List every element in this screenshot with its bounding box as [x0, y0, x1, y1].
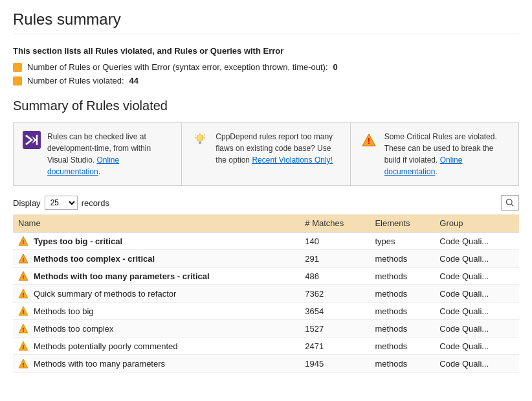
critical-rule-icon: !: [18, 253, 28, 264]
table-row[interactable]: ! Types too big - critical140typesCode Q…: [13, 233, 519, 250]
records-label: records: [82, 198, 109, 208]
rule-name: Types too big - critical: [34, 236, 122, 246]
orange-indicator-violated: [13, 76, 22, 86]
display-label: Display: [13, 198, 41, 208]
header-row: Name # Matches Elements Group: [13, 214, 519, 233]
toolbar-left: Display 25 50 100 records: [13, 196, 109, 210]
rule-name: Methods too big: [34, 306, 94, 316]
svg-rect-7: [199, 143, 201, 144]
svg-text:!: !: [23, 361, 25, 368]
rule-name: Methods potentially poorly commented: [34, 341, 178, 351]
stat-violated-value: 44: [129, 76, 139, 86]
rule-name: Methods with too many parameters: [34, 359, 165, 369]
col-group: Group: [434, 214, 519, 233]
rule-name: Methods with too many parameters - criti…: [34, 271, 210, 281]
col-elements: Elements: [370, 214, 434, 233]
orange-indicator-errors: [13, 63, 22, 72]
svg-text:!: !: [23, 327, 25, 333]
info-card-lightbulb-text: CppDepend rules report too many flaws on…: [216, 131, 340, 166]
warning-rule-icon: !: [18, 306, 28, 316]
info-card-vs: Rules can be checked live at development…: [14, 123, 182, 185]
rule-name: Methods too complex - critical: [34, 254, 155, 264]
cell-group: Code Quali...: [434, 320, 519, 338]
cell-matches: 486: [300, 268, 370, 285]
cell-matches: 1945: [300, 355, 370, 372]
col-matches: # Matches: [300, 214, 370, 233]
table-row[interactable]: ! Methods with too many parameters - cri…: [13, 268, 519, 285]
cell-matches: 291: [300, 250, 370, 268]
cell-group: Code Quali...: [434, 355, 519, 372]
warning-rule-icon: !: [18, 358, 28, 369]
stat-violated-label: Number of Rules violated:: [27, 76, 124, 86]
cell-matches: 2471: [300, 338, 370, 355]
stat-errors-value: 0: [333, 62, 338, 72]
info-card-lightbulb: CppDepend rules report too many flaws on…: [182, 123, 350, 185]
col-name: Name: [13, 214, 300, 233]
table-row[interactable]: ! Methods too complex - critical291metho…: [13, 250, 519, 268]
stats-container: Number of Rules or Queries with Error (s…: [13, 62, 519, 86]
rules-table: Name # Matches Elements Group ! Types to…: [13, 214, 519, 372]
stat-row-errors: Number of Rules or Queries with Error (s…: [13, 62, 519, 72]
rule-name: Quick summary of methods to refactor: [34, 289, 176, 299]
warning-rule-icon: !: [18, 288, 28, 299]
recent-violations-link[interactable]: Recent Violations Only!: [252, 155, 333, 165]
cell-name: ! Methods with too many parameters - cri…: [13, 268, 300, 285]
svg-text:!: !: [23, 239, 25, 246]
cell-elements: methods: [370, 250, 434, 268]
warning-rule-icon: !: [18, 341, 28, 351]
warning-icon: !: [360, 131, 378, 149]
page-title: Rules summary: [13, 10, 519, 34]
table-row[interactable]: ! Methods with too many parameters1945me…: [13, 355, 519, 372]
records-per-page-select[interactable]: 25 50 100: [45, 196, 78, 210]
cell-elements: methods: [370, 285, 434, 303]
svg-line-10: [205, 135, 205, 135]
cell-elements: methods: [370, 338, 434, 355]
critical-online-docs-link[interactable]: Online documentation: [384, 155, 463, 176]
svg-rect-6: [199, 141, 202, 143]
cell-name: ! Types too big - critical: [13, 233, 300, 250]
table-row[interactable]: ! Methods too complex1527methodsCode Qua…: [13, 320, 519, 338]
svg-text:!: !: [23, 257, 25, 263]
cell-matches: 3654: [300, 303, 370, 320]
cell-group: Code Quali...: [434, 268, 519, 285]
cell-group: Code Quali...: [434, 233, 519, 250]
info-card-warning-text: Some Critical Rules are violated. These …: [384, 131, 509, 178]
cell-name: ! Methods potentially poorly commented: [13, 338, 300, 355]
critical-rule-icon: !: [18, 236, 28, 246]
vs-online-docs-link[interactable]: Online documentation: [47, 155, 119, 176]
table-row[interactable]: ! Quick summary of methods to refactor73…: [13, 285, 519, 303]
cell-matches: 7362: [300, 285, 370, 303]
cell-matches: 1527: [300, 320, 370, 338]
stat-row-violated: Number of Rules violated: 44: [13, 76, 519, 86]
cell-name: ! Methods too complex - critical: [13, 250, 300, 268]
svg-line-16: [511, 204, 513, 206]
cell-group: Code Quali...: [434, 250, 519, 268]
cell-elements: methods: [370, 320, 434, 338]
stat-errors-label: Number of Rules or Queries with Error (s…: [27, 62, 328, 72]
cell-elements: methods: [370, 268, 434, 285]
search-icon: [505, 198, 515, 207]
cell-elements: methods: [370, 303, 434, 320]
section-description: This section lists all Rules violated, a…: [13, 46, 519, 56]
table-header: Name # Matches Elements Group: [13, 214, 519, 233]
info-card-vs-text: Rules can be checked live at development…: [47, 131, 172, 178]
warning-rule-icon: !: [18, 323, 28, 334]
table-row[interactable]: ! Methods too big3654methodsCode Quali..…: [13, 303, 519, 320]
cell-name: ! Methods too big: [13, 303, 300, 320]
svg-point-5: [197, 135, 203, 141]
svg-text:!: !: [23, 292, 25, 298]
cell-group: Code Quali...: [434, 338, 519, 355]
table-row[interactable]: ! Methods potentially poorly commented24…: [13, 338, 519, 355]
cell-group: Code Quali...: [434, 303, 519, 320]
cell-name: ! Methods with too many parameters: [13, 355, 300, 372]
table-toolbar: Display 25 50 100 records: [13, 195, 519, 211]
svg-text:!: !: [23, 309, 25, 315]
critical-rule-icon: !: [18, 271, 28, 281]
cell-group: Code Quali...: [434, 285, 519, 303]
search-box[interactable]: [501, 195, 519, 211]
info-cards-container: Rules can be checked live at development…: [13, 122, 519, 186]
svg-point-15: [506, 199, 512, 205]
cell-name: ! Quick summary of methods to refactor: [13, 285, 300, 303]
info-card-warning: ! Some Critical Rules are violated. Thes…: [351, 123, 518, 185]
cell-matches: 140: [300, 233, 370, 250]
